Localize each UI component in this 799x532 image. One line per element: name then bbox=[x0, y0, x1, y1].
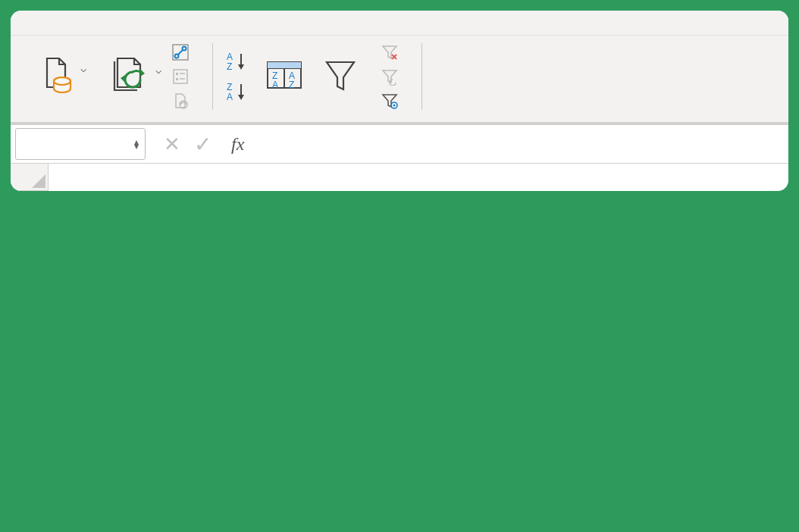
edit-links-icon bbox=[171, 92, 190, 110]
filter-options-stack bbox=[376, 42, 411, 111]
svg-marker-2 bbox=[140, 69, 145, 77]
sort-icon: Z A A Z bbox=[263, 53, 306, 97]
refresh-all-button[interactable]: ⌵ bbox=[103, 52, 159, 102]
svg-point-6 bbox=[183, 47, 186, 51]
advanced-button[interactable] bbox=[376, 90, 411, 111]
connections-icon bbox=[171, 43, 190, 61]
svg-rect-25 bbox=[268, 62, 301, 68]
svg-line-7 bbox=[178, 50, 183, 55]
svg-point-5 bbox=[175, 55, 179, 58]
chevron-down-icon: ⌵ bbox=[80, 62, 86, 74]
reapply-button bbox=[376, 66, 411, 87]
sort-asc-button[interactable]: AZ bbox=[223, 49, 252, 74]
group-more bbox=[421, 39, 781, 114]
properties-icon bbox=[171, 67, 190, 86]
svg-text:Z: Z bbox=[289, 80, 294, 90]
ribbon-tabs bbox=[11, 11, 788, 36]
name-box[interactable]: ▴▾ bbox=[15, 128, 146, 160]
svg-marker-17 bbox=[238, 64, 244, 70]
get-external-data-button[interactable]: ⌵ bbox=[29, 52, 85, 102]
advanced-filter-icon bbox=[381, 92, 399, 110]
fx-icon[interactable]: fx bbox=[231, 134, 244, 155]
properties-button bbox=[167, 66, 202, 87]
refresh-icon: ⌵ bbox=[110, 53, 152, 97]
reapply-filter-icon bbox=[381, 67, 399, 86]
svg-marker-3 bbox=[121, 75, 125, 83]
svg-text:A: A bbox=[227, 52, 233, 62]
svg-marker-21 bbox=[238, 95, 244, 100]
cancel-icon[interactable]: ✕ bbox=[164, 133, 180, 156]
svg-text:Z: Z bbox=[227, 61, 232, 72]
sort-asc-icon: AZ bbox=[224, 51, 250, 72]
name-box-spinner[interactable]: ▴▾ bbox=[134, 139, 139, 149]
svg-point-33 bbox=[393, 105, 396, 107]
sort-desc-icon: ZA bbox=[224, 81, 250, 102]
svg-text:A: A bbox=[227, 92, 233, 102]
connections-button[interactable] bbox=[167, 42, 202, 63]
svg-rect-9 bbox=[176, 73, 178, 75]
sort-button[interactable]: Z A A Z bbox=[256, 52, 312, 102]
svg-text:A: A bbox=[272, 80, 278, 90]
group-get-refresh: ⌵ ⌵ bbox=[18, 39, 212, 114]
excel-window: ⌵ ⌵ bbox=[11, 11, 788, 191]
database-icon: ⌵ bbox=[36, 53, 77, 97]
sort-desc-button[interactable]: ZA bbox=[223, 80, 252, 104]
formula-bar: ▴▾ ✕ ✓ fx bbox=[11, 124, 788, 164]
svg-rect-11 bbox=[176, 78, 178, 80]
group-sort-filter: AZ ZA Z A bbox=[212, 39, 421, 114]
formula-bar-buttons: ✕ ✓ fx bbox=[150, 125, 258, 163]
formula-input[interactable] bbox=[258, 125, 788, 163]
enter-icon[interactable]: ✓ bbox=[194, 132, 212, 157]
filter-button[interactable] bbox=[312, 52, 368, 102]
edit-links-button bbox=[167, 90, 202, 111]
svg-text:Z: Z bbox=[227, 82, 232, 92]
ribbon: ⌵ ⌵ bbox=[11, 36, 788, 124]
grid-header-row bbox=[11, 164, 788, 191]
select-all-corner[interactable] bbox=[11, 164, 49, 191]
filter-icon bbox=[322, 53, 359, 97]
chevron-down-icon: ⌵ bbox=[155, 64, 161, 76]
svg-rect-8 bbox=[174, 70, 187, 83]
clear-button bbox=[376, 42, 411, 63]
connections-stack bbox=[167, 42, 202, 111]
clear-filter-icon bbox=[381, 43, 399, 61]
